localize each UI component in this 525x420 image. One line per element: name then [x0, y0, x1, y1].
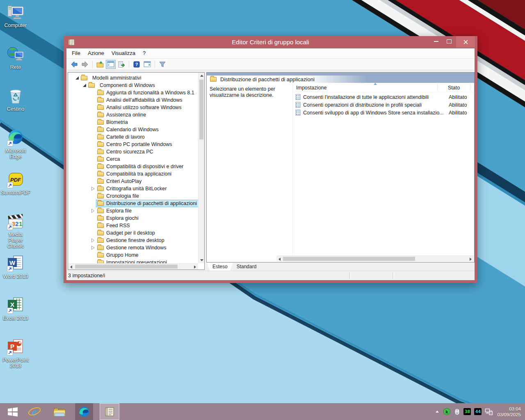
- menu-visualizza[interactable]: Visualizza: [108, 48, 139, 58]
- desktop-icon-rete[interactable]: Rete: [1, 45, 30, 70]
- tab-standard[interactable]: Standard: [231, 263, 262, 271]
- file-explorer-icon: [53, 406, 66, 417]
- setting-row[interactable]: Consenti operazioni di distribuzione in …: [293, 101, 474, 109]
- tree-item[interactable]: Analisi dell'affidabilità di Windows: [68, 96, 198, 104]
- folder-icon: [97, 172, 104, 176]
- tree-item[interactable]: Impostazioni presentazioni: [68, 259, 198, 263]
- tree-item[interactable]: Compatibilità di dispositivi e driver: [68, 163, 198, 170]
- desktop-icon-cestino[interactable]: Cestino: [1, 87, 30, 112]
- taskbar-explorer-button[interactable]: [51, 403, 68, 420]
- tree-item[interactable]: Centro sicurezza PC: [68, 148, 198, 155]
- tree-item[interactable]: Distribuzione di pacchetti di applicazio…: [68, 200, 198, 207]
- tree-item[interactable]: Analisi utilizzo software Windows: [68, 104, 198, 111]
- menu-file[interactable]: File: [68, 48, 84, 58]
- tray-network-icon[interactable]: [485, 408, 493, 415]
- tree-item[interactable]: Biometria: [68, 119, 198, 126]
- desktop-icon-computer[interactable]: Computer: [1, 3, 30, 28]
- tree-item[interactable]: Compatibilità tra applicazioni: [68, 170, 198, 178]
- folder-icon: [88, 83, 95, 88]
- chevron-right-icon[interactable]: [90, 208, 95, 213]
- titlebar[interactable]: Editor Criteri di gruppo locali: [64, 36, 477, 48]
- tree-item[interactable]: Cartelle di lavoro: [68, 133, 198, 141]
- back-button[interactable]: [69, 60, 79, 69]
- scroll-right-arrow[interactable]: [468, 256, 474, 262]
- tree-item[interactable]: Gestione remota Windows: [68, 244, 198, 251]
- scrollbar-thumb[interactable]: [283, 257, 415, 261]
- tree-item[interactable]: Cronologia file: [68, 192, 198, 200]
- setting-row[interactable]: Consenti l'installazione di tutte le app…: [293, 93, 474, 101]
- desktop-icon-mpc[interactable]: 3 2 1 Media Player Classic: [1, 212, 30, 249]
- start-button[interactable]: [3, 403, 22, 420]
- scrollbar-thumb[interactable]: [75, 265, 178, 269]
- desktop-icon-sumatrapdf[interactable]: PDF SumatraPDF: [1, 171, 30, 196]
- tree-item[interactable]: Gruppo Home: [68, 251, 198, 259]
- tree-item-label: Aggiunta di funzionalità a Windows 8.1: [106, 90, 194, 96]
- desktop-icon-label: Word 2013: [1, 274, 30, 279]
- desktop-icon-word[interactable]: W Word 2013: [1, 254, 30, 279]
- scroll-right-arrow[interactable]: [192, 264, 198, 270]
- menu-help[interactable]: ?: [139, 48, 149, 58]
- expanded-icon[interactable]: [82, 83, 87, 88]
- tree-item[interactable]: Esplora file: [68, 207, 198, 215]
- setting-row[interactable]: Consenti sviluppo di app di Windows Stor…: [293, 109, 474, 116]
- filter-button[interactable]: [158, 60, 167, 69]
- tree-vertical-scrollbar[interactable]: [198, 73, 204, 263]
- tree-item-parent[interactable]: Componenti di Windows: [68, 82, 198, 89]
- taskbar-ie-button[interactable]: e: [26, 403, 43, 420]
- tree-item[interactable]: Criteri AutoPlay: [68, 178, 198, 185]
- tree-item[interactable]: Gadget per il desktop: [68, 229, 198, 237]
- tree-item[interactable]: Centro PC portatile Windows: [68, 141, 198, 148]
- tree-item[interactable]: Assistenza online: [68, 111, 198, 119]
- menubar: File Azione Visualizza ?: [66, 48, 475, 59]
- up-one-level-icon: [96, 61, 104, 68]
- tree-item[interactable]: Esplora giochi: [68, 215, 198, 222]
- scrollbar-thumb[interactable]: [199, 80, 203, 139]
- close-button[interactable]: [456, 36, 475, 48]
- tree-item[interactable]: Gestione finestre desktop: [68, 237, 198, 244]
- taskbar-gpedit-button[interactable]: [100, 403, 119, 420]
- column-divider[interactable]: [437, 84, 438, 91]
- tree-item[interactable]: Feed RSS: [68, 222, 198, 229]
- forward-button[interactable]: [80, 60, 90, 69]
- tray-kaspersky-icon[interactable]: k: [443, 408, 451, 415]
- scroll-down-arrow[interactable]: [199, 257, 205, 263]
- chevron-right-icon[interactable]: [90, 186, 95, 191]
- tray-counter-cyan[interactable]: 44: [474, 408, 482, 415]
- tray-mouse-icon[interactable]: [454, 408, 460, 415]
- chevron-right-icon[interactable]: [90, 238, 95, 243]
- tray-counter-green[interactable]: 38: [463, 408, 471, 415]
- list-header: Impostazione Stato: [293, 83, 474, 92]
- chevron-right-icon[interactable]: [90, 245, 95, 250]
- tree-item[interactable]: Crittografia unità BitLocker: [68, 185, 198, 192]
- svg-text:1: 1: [19, 220, 22, 227]
- tree-item-root[interactable]: Modelli amministrativi: [68, 74, 198, 82]
- show-console-tree-button[interactable]: [106, 60, 116, 69]
- tree-item[interactable]: Aggiunta di funzionalità a Windows 8.1: [68, 89, 198, 96]
- taskbar-clock[interactable]: 03:04 03/09/2025: [497, 406, 521, 418]
- column-divider[interactable]: [470, 84, 470, 91]
- maximize-button[interactable]: [443, 36, 455, 47]
- minimize-button[interactable]: [430, 36, 442, 47]
- scroll-left-arrow[interactable]: [68, 264, 74, 270]
- desktop-icon-powerpoint[interactable]: P PowerPoint 2013: [1, 338, 30, 369]
- tree-item[interactable]: Calendario di Windows: [68, 126, 198, 133]
- desktop-icon-excel[interactable]: X Excel 2013: [1, 296, 30, 321]
- taskbar-edge-button[interactable]: [75, 403, 93, 420]
- export-list-button[interactable]: [116, 60, 126, 69]
- tree-item[interactable]: Cerca: [68, 155, 198, 163]
- tree-horizontal-scrollbar[interactable]: [68, 263, 198, 269]
- menu-azione[interactable]: Azione: [84, 48, 108, 58]
- up-one-level-button[interactable]: [95, 60, 105, 69]
- list-horizontal-scrollbar[interactable]: [276, 256, 474, 262]
- tab-esteso[interactable]: Esteso: [207, 263, 233, 271]
- column-header-impostazione[interactable]: Impostazione: [296, 85, 326, 91]
- show-action-pane-button[interactable]: [142, 60, 152, 69]
- expanded-icon[interactable]: [75, 75, 80, 80]
- svg-text:P: P: [10, 343, 14, 350]
- desktop-icon-edge[interactable]: Microsoft Edge: [1, 129, 30, 160]
- scroll-up-arrow[interactable]: [199, 73, 205, 79]
- help-button[interactable]: ?: [132, 60, 142, 69]
- tray-chevron-button[interactable]: [435, 410, 440, 413]
- column-header-stato[interactable]: Stato: [448, 85, 460, 91]
- scroll-left-arrow[interactable]: [276, 256, 283, 262]
